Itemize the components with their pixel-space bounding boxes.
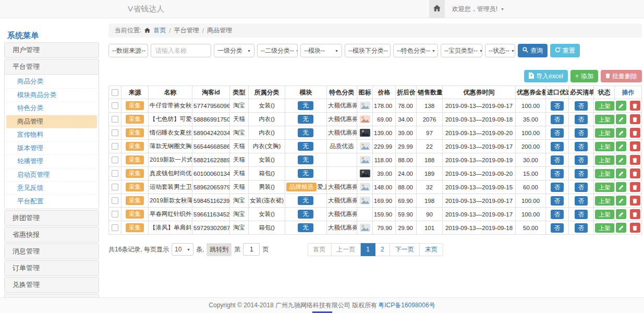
per-page-select[interactable]: 10 ▼ bbox=[172, 243, 193, 256]
sidebar-item[interactable]: 商品分类 bbox=[5, 75, 99, 89]
edit-button[interactable] bbox=[616, 182, 626, 192]
row-checkbox[interactable] bbox=[112, 224, 118, 231]
must-buy-toggle[interactable]: 否 bbox=[575, 210, 588, 219]
filter-select[interactable]: --数据来源--▼ bbox=[108, 44, 148, 57]
row-checkbox[interactable] bbox=[112, 184, 118, 190]
status-button[interactable]: 上架 bbox=[595, 142, 614, 151]
must-buy-toggle[interactable]: 否 bbox=[575, 142, 588, 151]
delete-button[interactable] bbox=[630, 182, 640, 192]
sidebar-group-header[interactable]: 拼团管理 bbox=[5, 211, 99, 225]
import-excel-button[interactable]: 导入excel bbox=[524, 70, 568, 82]
sidebar-item[interactable]: 启动页管理 bbox=[5, 168, 99, 182]
sidebar-group-header[interactable]: 省惠快报 bbox=[5, 227, 99, 242]
status-button[interactable]: 上架 bbox=[595, 210, 614, 219]
must-buy-toggle[interactable]: 否 bbox=[575, 155, 588, 165]
sidebar-group-header[interactable]: 消息管理 bbox=[5, 244, 99, 259]
sidebar-item[interactable]: 商品管理 bbox=[6, 115, 97, 129]
status-button[interactable]: 上架 bbox=[595, 223, 614, 233]
status-button[interactable]: 上架 bbox=[595, 101, 614, 111]
row-checkbox[interactable] bbox=[112, 197, 118, 204]
delete-button[interactable] bbox=[630, 128, 640, 138]
delete-button[interactable] bbox=[630, 101, 640, 111]
status-button[interactable]: 上架 bbox=[595, 169, 614, 178]
must-buy-toggle[interactable]: 否 bbox=[575, 101, 588, 111]
edit-button[interactable] bbox=[616, 114, 626, 124]
edit-button[interactable] bbox=[616, 155, 626, 165]
name-search-input[interactable] bbox=[151, 44, 211, 57]
row-checkbox[interactable] bbox=[112, 116, 118, 123]
must-buy-toggle[interactable]: 否 bbox=[575, 128, 588, 138]
pager-button[interactable]: 首页 bbox=[307, 243, 331, 256]
filter-select[interactable]: --模块下分类--▼ bbox=[345, 44, 391, 57]
import-select-toggle[interactable]: 否 bbox=[551, 183, 564, 192]
pager-button[interactable]: 末页 bbox=[419, 243, 443, 256]
import-select-toggle[interactable]: 否 bbox=[551, 101, 564, 111]
sidebar-group-header[interactable]: 平台管理 bbox=[5, 59, 99, 74]
page-number-input[interactable] bbox=[243, 243, 260, 256]
delete-button[interactable] bbox=[630, 196, 640, 206]
reset-button[interactable]: 重置 bbox=[550, 44, 580, 57]
row-checkbox[interactable] bbox=[112, 170, 118, 177]
pager-button[interactable]: 下一页 bbox=[390, 243, 420, 256]
sidebar-item[interactable]: 特色分类 bbox=[5, 102, 99, 115]
edit-button[interactable] bbox=[616, 128, 626, 138]
edit-button[interactable] bbox=[616, 209, 626, 219]
import-select-toggle[interactable]: 否 bbox=[551, 210, 564, 219]
row-checkbox[interactable] bbox=[112, 211, 118, 218]
pager-button[interactable]: 2 bbox=[375, 243, 390, 256]
import-select-toggle[interactable]: 否 bbox=[551, 155, 564, 165]
sidebar-group-header[interactable]: 订单管理 bbox=[5, 261, 99, 275]
filter-select[interactable]: --宝贝类型--▼ bbox=[441, 44, 482, 57]
filter-select[interactable]: --模块--▼ bbox=[300, 44, 342, 57]
delete-button[interactable] bbox=[630, 168, 640, 178]
row-checkbox[interactable] bbox=[112, 156, 118, 163]
row-checkbox[interactable] bbox=[112, 143, 118, 150]
pager-button[interactable]: 1 bbox=[360, 243, 375, 256]
must-buy-toggle[interactable]: 否 bbox=[575, 183, 588, 192]
batch-delete-button[interactable]: 批量删除 bbox=[601, 70, 642, 82]
delete-button[interactable] bbox=[630, 155, 640, 165]
edit-button[interactable] bbox=[616, 141, 626, 151]
sidebar-group-header[interactable]: 兑换管理 bbox=[5, 278, 99, 292]
status-button[interactable]: 上架 bbox=[595, 155, 614, 165]
must-buy-toggle[interactable]: 否 bbox=[575, 223, 588, 233]
delete-button[interactable] bbox=[630, 141, 640, 151]
search-button[interactable]: 查询 bbox=[518, 44, 548, 57]
sidebar-item[interactable]: 宣传物料 bbox=[5, 128, 99, 142]
edit-button[interactable] bbox=[616, 196, 626, 206]
import-select-toggle[interactable]: 否 bbox=[551, 196, 564, 206]
filter-select[interactable]: --特色分类--▼ bbox=[393, 44, 438, 57]
delete-button[interactable] bbox=[630, 114, 640, 124]
breadcrumb-home-link[interactable]: 首页 bbox=[153, 26, 166, 35]
import-select-toggle[interactable]: 否 bbox=[551, 169, 564, 178]
must-buy-toggle[interactable]: 否 bbox=[575, 196, 588, 206]
pager-button[interactable]: 上一页 bbox=[331, 243, 361, 256]
must-buy-toggle[interactable]: 否 bbox=[575, 169, 588, 178]
status-button[interactable]: 上架 bbox=[595, 128, 614, 138]
user-menu[interactable]: 欢迎您，管理员! ▼ bbox=[452, 5, 504, 14]
row-checkbox[interactable] bbox=[112, 129, 118, 136]
delete-button[interactable] bbox=[630, 223, 640, 233]
select-all-checkbox[interactable] bbox=[112, 89, 118, 96]
brand-title[interactable]: V省钱达人 bbox=[128, 4, 164, 14]
filter-select[interactable]: --二级分类--▼ bbox=[257, 44, 298, 57]
status-button[interactable]: 上架 bbox=[595, 196, 614, 206]
filter-select[interactable]: 一级分类▼ bbox=[214, 44, 254, 57]
status-button[interactable]: 上架 bbox=[595, 183, 614, 192]
import-select-toggle[interactable]: 否 bbox=[551, 115, 564, 124]
delete-button[interactable] bbox=[630, 209, 640, 219]
import-select-toggle[interactable]: 否 bbox=[551, 223, 564, 233]
edit-button[interactable] bbox=[616, 223, 626, 233]
sidebar-group-header[interactable]: 用户管理 bbox=[5, 43, 99, 57]
add-button[interactable]: + 添加 bbox=[570, 70, 598, 82]
status-button[interactable]: 上架 bbox=[595, 115, 614, 124]
sidebar-item[interactable]: 轮播管理 bbox=[5, 155, 99, 168]
sidebar-item[interactable]: 模块商品分类 bbox=[5, 89, 99, 102]
home-button[interactable] bbox=[429, 0, 445, 18]
import-select-toggle[interactable]: 否 bbox=[551, 128, 564, 138]
row-checkbox[interactable] bbox=[112, 102, 118, 109]
edit-button[interactable] bbox=[616, 101, 626, 111]
sidebar-item[interactable]: 意见反馈 bbox=[5, 182, 99, 195]
edit-button[interactable] bbox=[616, 168, 626, 178]
import-select-toggle[interactable]: 否 bbox=[551, 142, 564, 151]
